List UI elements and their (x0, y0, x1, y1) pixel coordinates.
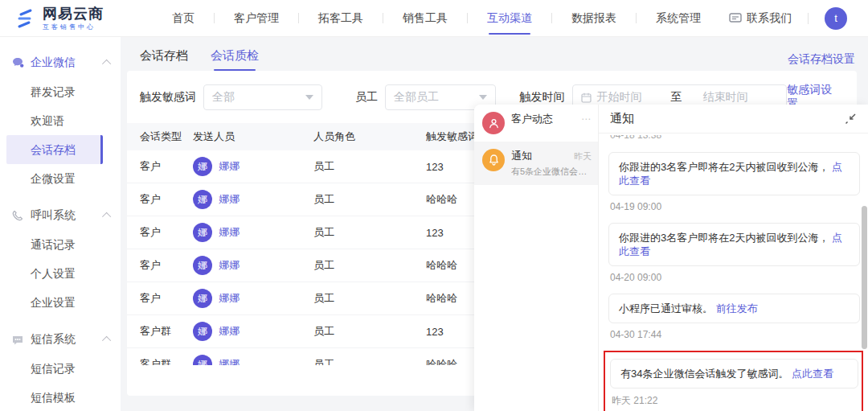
sender-avatar: 娜 (193, 322, 212, 341)
contact-us-button[interactable]: 联系我们 (729, 11, 792, 26)
sidebar-group-call-system[interactable]: 呼叫系统 (0, 201, 121, 230)
sidebar-item-personal-settings[interactable]: 个人设置 (0, 259, 121, 288)
chevron-up-icon (102, 212, 111, 221)
tab-conversation-archive[interactable]: 会话存档 (140, 48, 188, 71)
nav-item-sales-tools[interactable]: 销售工具 (383, 0, 467, 36)
view-link[interactable]: 点此查看 (792, 368, 833, 380)
nav-item-home[interactable]: 首页 (153, 0, 214, 36)
message-text: 小程序已通过审核。 (619, 302, 713, 314)
sidebar-item-sms-templates[interactable]: 短信模板 (0, 383, 121, 411)
sender-name[interactable]: 娜娜 (219, 159, 240, 174)
notification-panel-header: 通知 (599, 105, 868, 134)
phone-icon (11, 209, 24, 222)
sender-name[interactable]: 娜娜 (219, 291, 240, 306)
nav-item-system-mgmt[interactable]: 系统管理 (637, 0, 720, 36)
cell-session-type: 客户 (127, 159, 193, 174)
channel-preview: 有5条企业微信会话触发... (511, 166, 592, 178)
col-header-role: 人员角色 (313, 129, 426, 144)
sidebar-item-call-records[interactable]: 通话记录 (0, 230, 121, 259)
staff-filter-label: 员工 (355, 90, 378, 105)
archive-settings-link[interactable]: 会话存档设置 (788, 52, 855, 67)
page: 网易云商 互客销售中心 首页 客户管理 拓客工具 销售工具 互动渠道 数据报表 … (0, 0, 868, 411)
channel-title: 客户动态 (511, 112, 553, 126)
notification-message: 小程序已通过审核。 前往发布 (608, 294, 860, 323)
sender-avatar: 娜 (193, 355, 212, 365)
keyword-select-value: 全部 (212, 90, 235, 105)
sidebar-group-label: 企业微信 (31, 55, 76, 70)
tab-conversation-quality[interactable]: 会话质检 (211, 48, 259, 71)
sidebar-item-sms-records[interactable]: 短信记录 (0, 354, 121, 383)
sender-avatar: 娜 (193, 256, 212, 275)
contact-us-label: 联系我们 (747, 11, 792, 26)
channel-title: 通知 (511, 149, 532, 163)
calendar-icon (581, 92, 592, 103)
start-time-placeholder: 开始时间 (597, 90, 642, 105)
sidebar-item-wecom-settings[interactable]: 企微设置 (0, 164, 121, 193)
message-text: 你跟进的3名客户即将在2天内被回收到公海， (619, 232, 829, 244)
wecom-icon (11, 56, 24, 69)
tabs-row: 会话存档 会话质检 会话存档设置 (127, 48, 857, 71)
nav-item-prospecting-tools[interactable]: 拓客工具 (299, 0, 383, 36)
sender-name[interactable]: 娜娜 (219, 192, 240, 207)
message-time: 昨天 21:22 (612, 394, 858, 408)
cell-session-type: 客户 (127, 225, 193, 240)
chevron-up-icon (102, 60, 111, 68)
notification-message: 你跟进的3名客户即将在2天内被回收到公海， 点此查看 (608, 152, 860, 195)
keyword-select[interactable]: 全部 (203, 84, 322, 110)
message-time: 04-20 09:00 (610, 272, 860, 283)
channel-item-customer-activity[interactable]: 客户动态 ⋯ (474, 105, 598, 142)
nav-item-data-reports[interactable]: 数据报表 (552, 0, 636, 36)
cell-role: 员工 (313, 291, 426, 306)
col-header-sender: 发送人员 (193, 129, 313, 144)
sidebar-item-conversation-archive[interactable]: 会话存档 (6, 135, 103, 164)
user-avatar[interactable]: t (825, 7, 847, 30)
sender-name[interactable]: 娜娜 (219, 258, 240, 273)
sidebar-group-label: 呼叫系统 (31, 208, 76, 223)
chevron-down-icon (305, 95, 313, 100)
sidebar-group-wecom[interactable]: 企业微信 (0, 48, 121, 77)
staff-select-value: 全部员工 (394, 90, 439, 105)
message-time: 04-30 17:44 (610, 329, 860, 340)
notification-panel-body: 04-18 13:38 你跟进的3名客户即将在2天内被回收到公海， 点此查看 0… (599, 134, 868, 411)
sender-avatar: 娜 (193, 289, 212, 308)
sender-name[interactable]: 娜娜 (219, 324, 240, 339)
sender-avatar: 娜 (193, 190, 212, 209)
sidebar-group-sms-system[interactable]: 短信系统 (0, 325, 121, 354)
channel-item-notifications[interactable]: 通知 昨天 有5条企业微信会话触发... (474, 142, 598, 185)
sender-name[interactable]: 娜娜 (219, 225, 240, 240)
more-icon[interactable]: ⋯ (581, 113, 592, 125)
panel-title: 通知 (610, 111, 634, 126)
logo-icon (13, 6, 37, 31)
sidebar-item-mass-send-records[interactable]: 群发记录 (0, 77, 121, 106)
notification-panel: 通知 04-18 13:38 你跟进的3名客户即将在2天内被回收到公海， 点此查… (599, 105, 868, 411)
highlight-box: 有34条企业微信会话触发了敏感词。 点此查看 昨天 21:22 有5条企业微信会… (604, 351, 863, 411)
sidebar-item-welcome-message[interactable]: 欢迎语 (0, 106, 121, 135)
cell-session-type: 客户群 (127, 324, 193, 339)
panel-scrollbar[interactable] (862, 206, 867, 349)
chevron-down-icon (479, 95, 487, 100)
message-text: 你跟进的3名客户即将在2天内被回收到公海， (619, 161, 829, 173)
nav-item-customer-mgmt[interactable]: 客户管理 (215, 0, 298, 36)
bell-icon (482, 149, 505, 171)
top-header: 网易云商 互客销售中心 首页 客户管理 拓客工具 销售工具 互动渠道 数据报表 … (0, 0, 868, 37)
cell-session-type: 客户 (127, 291, 193, 306)
cell-role: 员工 (313, 258, 426, 273)
header-right: 联系我们 t (729, 7, 868, 30)
channel-time: 昨天 (574, 150, 592, 162)
sms-icon (11, 333, 24, 346)
logo[interactable]: 网易云商 互客销售中心 (0, 6, 129, 31)
collapse-icon[interactable] (845, 113, 857, 125)
sidebar-item-enterprise-settings[interactable]: 企业设置 (0, 288, 121, 317)
sidebar: 企业微信 群发记录 欢迎语 会话存档 企微设置 呼叫系统 通话记录 个人设置 企… (0, 37, 121, 411)
sender-name[interactable]: 娜娜 (219, 357, 240, 365)
nav-item-interactive-channels[interactable]: 互动渠道 (468, 0, 551, 36)
person-icon (482, 112, 505, 134)
keyword-filter-label: 触发敏感词 (140, 90, 196, 105)
message-text: 有34条企业微信会话触发了敏感词。 (620, 368, 788, 380)
range-to-label: 至 (671, 90, 682, 105)
notification-channel-list: 客户动态 ⋯ 通知 昨天 有5条企业微信会话触发... (474, 105, 599, 411)
cell-role: 员工 (313, 324, 426, 339)
publish-link[interactable]: 前往发布 (716, 302, 758, 314)
sender-avatar: 娜 (193, 223, 212, 242)
sender-avatar: 娜 (193, 157, 212, 176)
